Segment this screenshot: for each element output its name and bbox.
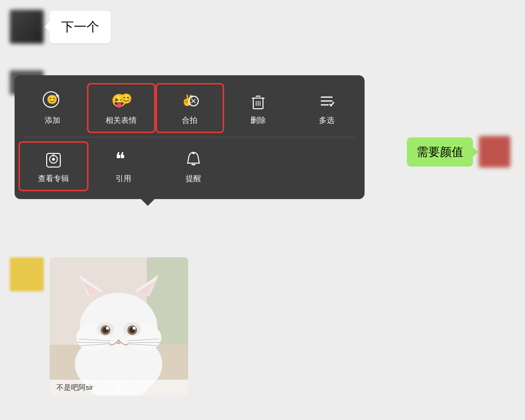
delete-icon xyxy=(247,90,269,112)
multiselect-label: 多选 xyxy=(319,116,334,126)
context-menu-row-2: 查看专辑 ❝ 引用 提醒 xyxy=(18,141,361,191)
collab-label: 合拍 xyxy=(182,116,197,126)
menu-item-delete[interactable]: 删除 xyxy=(224,84,293,132)
menu-item-add[interactable]: 😊 + 添加 xyxy=(18,84,87,132)
sender-avatar-bottom xyxy=(10,257,44,291)
sender-avatar-top xyxy=(10,10,44,44)
svg-point-22 xyxy=(52,154,54,156)
svg-point-21 xyxy=(52,158,55,161)
top-message-row: 下一个 xyxy=(10,10,111,44)
bottom-message-area: 不是吧阿sir xyxy=(10,257,188,396)
message-text-top: 下一个 xyxy=(61,19,99,34)
svg-point-25 xyxy=(192,152,195,154)
svg-point-44 xyxy=(133,327,136,330)
cat-image-message[interactable]: 不是吧阿sir xyxy=(50,257,188,396)
sender-avatar-right xyxy=(479,136,510,168)
view-album-label: 查看专辑 xyxy=(38,174,69,184)
svg-text:不是吧阿sir: 不是吧阿sir xyxy=(56,383,93,391)
menu-item-view-album[interactable]: 查看专辑 xyxy=(18,141,88,191)
related-emoji-label: 相关表情 xyxy=(105,116,137,126)
menu-item-related-emoji[interactable]: 😝 😊 相关表情 xyxy=(87,83,156,133)
multiselect-icon xyxy=(316,90,337,112)
delete-label: 删除 xyxy=(250,116,266,126)
svg-text:❝: ❝ xyxy=(115,149,125,169)
cat-image-svg: 不是吧阿sir xyxy=(50,257,188,396)
right-message-area: 需要颜值 xyxy=(407,136,510,168)
menu-item-remind[interactable]: 提醒 xyxy=(158,143,228,190)
svg-point-40 xyxy=(106,327,109,330)
related-emoji-icon: 😝 😊 xyxy=(110,90,132,112)
svg-text:😊: 😊 xyxy=(120,93,132,104)
remind-label: 提醒 xyxy=(186,174,201,184)
message-text-right: 需要颜值 xyxy=(417,145,463,158)
quote-icon: ❝ xyxy=(113,149,134,170)
context-menu-row-1: 😊 + 添加 😝 😊 相关表情 ✌ + xyxy=(18,83,361,133)
menu-item-multiselect[interactable]: 多选 xyxy=(292,84,361,132)
collab-icon: ✌ + xyxy=(179,90,200,112)
add-emoji-icon: 😊 + xyxy=(42,90,63,112)
context-menu: 😊 + 添加 😝 😊 相关表情 ✌ + xyxy=(15,75,365,199)
svg-text:+: + xyxy=(55,92,59,100)
menu-divider xyxy=(24,137,355,137)
message-bubble-right: 需要颜值 xyxy=(407,137,473,167)
menu-item-collab[interactable]: ✌ + 合拍 xyxy=(156,83,224,133)
message-bubble-top: 下一个 xyxy=(50,11,111,43)
view-album-icon xyxy=(43,149,64,170)
remind-icon xyxy=(183,149,204,170)
add-label: 添加 xyxy=(45,116,60,126)
menu-item-quote[interactable]: ❝ 引用 xyxy=(88,143,158,190)
quote-label: 引用 xyxy=(116,174,131,184)
